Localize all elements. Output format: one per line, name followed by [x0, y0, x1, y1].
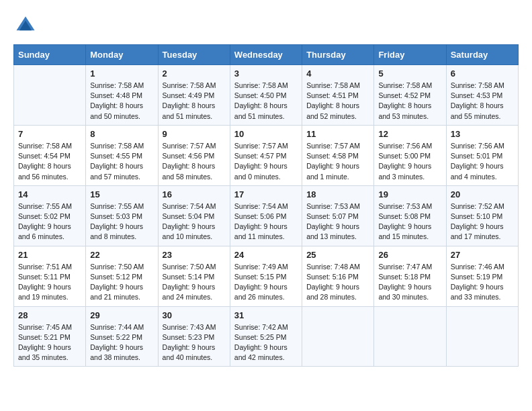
- sunrise-text: Sunrise: 7:58 AM: [234, 81, 298, 91]
- day-info: Sunrise: 7:58 AMSunset: 4:51 PMDaylight:…: [306, 81, 369, 122]
- logo: [13, 13, 42, 38]
- calendar-cell: 27Sunrise: 7:46 AMSunset: 5:19 PMDayligh…: [446, 246, 518, 306]
- day-number: 28: [18, 310, 81, 320]
- sunset-text: Sunset: 5:08 PM: [378, 212, 441, 222]
- calendar-week-row: 21Sunrise: 7:51 AMSunset: 5:11 PMDayligh…: [14, 246, 519, 306]
- calendar-week-row: 1Sunrise: 7:58 AMSunset: 4:48 PMDaylight…: [14, 65, 519, 126]
- daylight-text: Daylight: 9 hours and 26 minutes.: [234, 282, 298, 302]
- daylight-text: Daylight: 9 hours and 0 minutes.: [234, 161, 298, 181]
- daylight-text: Daylight: 9 hours and 4 minutes.: [451, 161, 514, 181]
- sunset-text: Sunset: 5:02 PM: [18, 212, 81, 222]
- day-info: Sunrise: 7:46 AMSunset: 5:19 PMDaylight:…: [451, 262, 514, 303]
- calendar-cell: 29Sunrise: 7:44 AMSunset: 5:22 PMDayligh…: [86, 306, 158, 367]
- sunrise-text: Sunrise: 7:55 AM: [18, 201, 81, 212]
- weekday-header-thursday: Thursday: [302, 45, 374, 65]
- calendar-week-row: 28Sunrise: 7:45 AMSunset: 5:21 PMDayligh…: [14, 306, 519, 367]
- day-number: 7: [18, 129, 81, 139]
- day-number: 12: [378, 129, 441, 139]
- daylight-text: Daylight: 8 hours and 58 minutes.: [163, 161, 226, 181]
- sunrise-text: Sunrise: 7:54 AM: [163, 201, 226, 212]
- calendar-cell: 18Sunrise: 7:53 AMSunset: 5:07 PMDayligh…: [302, 185, 374, 246]
- day-info: Sunrise: 7:58 AMSunset: 4:53 PMDaylight:…: [451, 81, 514, 122]
- day-number: 3: [234, 68, 298, 79]
- calendar-cell: 23Sunrise: 7:50 AMSunset: 5:14 PMDayligh…: [158, 246, 230, 306]
- daylight-text: Daylight: 9 hours and 30 minutes.: [378, 282, 441, 302]
- weekday-header-sunday: Sunday: [14, 45, 86, 65]
- sunrise-text: Sunrise: 7:57 AM: [163, 141, 226, 151]
- day-info: Sunrise: 7:43 AMSunset: 5:23 PMDaylight:…: [163, 322, 226, 363]
- calendar-cell: 28Sunrise: 7:45 AMSunset: 5:21 PMDayligh…: [14, 306, 86, 367]
- sunset-text: Sunset: 4:57 PM: [234, 151, 298, 161]
- daylight-text: Daylight: 8 hours and 53 minutes.: [378, 101, 441, 121]
- sunrise-text: Sunrise: 7:53 AM: [378, 201, 441, 212]
- daylight-text: Daylight: 8 hours and 51 minutes.: [163, 101, 226, 121]
- day-number: 22: [90, 250, 153, 260]
- daylight-text: Daylight: 8 hours and 52 minutes.: [306, 101, 369, 121]
- sunset-text: Sunset: 5:15 PM: [234, 272, 298, 282]
- sunrise-text: Sunrise: 7:56 AM: [451, 141, 514, 151]
- calendar-table: SundayMondayTuesdayWednesdayThursdayFrid…: [13, 44, 519, 367]
- day-number: 9: [163, 129, 226, 139]
- daylight-text: Daylight: 9 hours and 11 minutes.: [234, 222, 298, 242]
- day-info: Sunrise: 7:58 AMSunset: 4:55 PMDaylight:…: [90, 141, 153, 182]
- calendar-cell: 4Sunrise: 7:58 AMSunset: 4:51 PMDaylight…: [302, 65, 374, 126]
- sunrise-text: Sunrise: 7:56 AM: [378, 141, 441, 151]
- calendar-cell: 26Sunrise: 7:47 AMSunset: 5:18 PMDayligh…: [374, 246, 446, 306]
- day-info: Sunrise: 7:52 AMSunset: 5:10 PMDaylight:…: [451, 201, 514, 242]
- day-number: 24: [234, 250, 298, 260]
- sunrise-text: Sunrise: 7:45 AM: [18, 322, 81, 332]
- calendar-cell: 2Sunrise: 7:58 AMSunset: 4:49 PMDaylight…: [158, 65, 230, 126]
- day-number: 27: [451, 250, 514, 260]
- sunset-text: Sunset: 5:03 PM: [90, 212, 153, 222]
- logo-icon: [13, 13, 38, 38]
- daylight-text: Daylight: 8 hours and 56 minutes.: [18, 161, 81, 181]
- day-number: 1: [90, 68, 153, 79]
- sunset-text: Sunset: 5:07 PM: [306, 212, 369, 222]
- sunset-text: Sunset: 4:50 PM: [234, 91, 298, 101]
- day-info: Sunrise: 7:50 AMSunset: 5:14 PMDaylight:…: [163, 262, 226, 303]
- sunset-text: Sunset: 4:52 PM: [378, 91, 441, 101]
- calendar-cell: 3Sunrise: 7:58 AMSunset: 4:50 PMDaylight…: [230, 65, 302, 126]
- day-info: Sunrise: 7:57 AMSunset: 4:56 PMDaylight:…: [163, 141, 226, 182]
- sunrise-text: Sunrise: 7:48 AM: [306, 262, 369, 272]
- daylight-text: Daylight: 9 hours and 1 minute.: [306, 161, 369, 181]
- sunset-text: Sunset: 4:58 PM: [306, 151, 369, 161]
- sunset-text: Sunset: 4:53 PM: [451, 91, 514, 101]
- daylight-text: Daylight: 9 hours and 35 minutes.: [18, 342, 81, 363]
- day-info: Sunrise: 7:51 AMSunset: 5:11 PMDaylight:…: [18, 262, 81, 303]
- calendar-cell: 15Sunrise: 7:55 AMSunset: 5:03 PMDayligh…: [86, 185, 158, 246]
- day-number: 19: [378, 189, 441, 199]
- calendar-cell: [446, 306, 518, 367]
- day-info: Sunrise: 7:55 AMSunset: 5:02 PMDaylight:…: [18, 201, 81, 242]
- calendar-cell: 13Sunrise: 7:56 AMSunset: 5:01 PMDayligh…: [446, 125, 518, 185]
- calendar-cell: 21Sunrise: 7:51 AMSunset: 5:11 PMDayligh…: [14, 246, 86, 306]
- daylight-text: Daylight: 9 hours and 42 minutes.: [234, 342, 298, 363]
- sunrise-text: Sunrise: 7:58 AM: [451, 81, 514, 91]
- daylight-text: Daylight: 9 hours and 21 minutes.: [90, 282, 153, 302]
- calendar-cell: 19Sunrise: 7:53 AMSunset: 5:08 PMDayligh…: [374, 185, 446, 246]
- sunset-text: Sunset: 5:12 PM: [90, 272, 153, 282]
- day-number: 11: [306, 129, 369, 139]
- daylight-text: Daylight: 9 hours and 38 minutes.: [90, 342, 153, 363]
- day-number: 8: [90, 129, 153, 139]
- day-info: Sunrise: 7:58 AMSunset: 4:48 PMDaylight:…: [90, 81, 153, 122]
- day-number: 23: [163, 250, 226, 260]
- sunset-text: Sunset: 5:06 PM: [234, 212, 298, 222]
- daylight-text: Daylight: 9 hours and 33 minutes.: [451, 282, 514, 302]
- sunrise-text: Sunrise: 7:50 AM: [163, 262, 226, 272]
- calendar-cell: 6Sunrise: 7:58 AMSunset: 4:53 PMDaylight…: [446, 65, 518, 126]
- sunset-text: Sunset: 4:49 PM: [163, 91, 226, 101]
- sunrise-text: Sunrise: 7:58 AM: [378, 81, 441, 91]
- day-info: Sunrise: 7:57 AMSunset: 4:58 PMDaylight:…: [306, 141, 369, 182]
- calendar-cell: 7Sunrise: 7:58 AMSunset: 4:54 PMDaylight…: [14, 125, 86, 185]
- sunset-text: Sunset: 5:23 PM: [163, 332, 226, 342]
- sunrise-text: Sunrise: 7:58 AM: [306, 81, 369, 91]
- calendar-cell: 22Sunrise: 7:50 AMSunset: 5:12 PMDayligh…: [86, 246, 158, 306]
- day-info: Sunrise: 7:53 AMSunset: 5:07 PMDaylight:…: [306, 201, 369, 242]
- daylight-text: Daylight: 9 hours and 8 minutes.: [90, 222, 153, 242]
- daylight-text: Daylight: 8 hours and 51 minutes.: [234, 101, 298, 121]
- sunset-text: Sunset: 5:00 PM: [378, 151, 441, 161]
- calendar-cell: 1Sunrise: 7:58 AMSunset: 4:48 PMDaylight…: [86, 65, 158, 126]
- sunrise-text: Sunrise: 7:57 AM: [306, 141, 369, 151]
- sunset-text: Sunset: 5:22 PM: [90, 332, 153, 342]
